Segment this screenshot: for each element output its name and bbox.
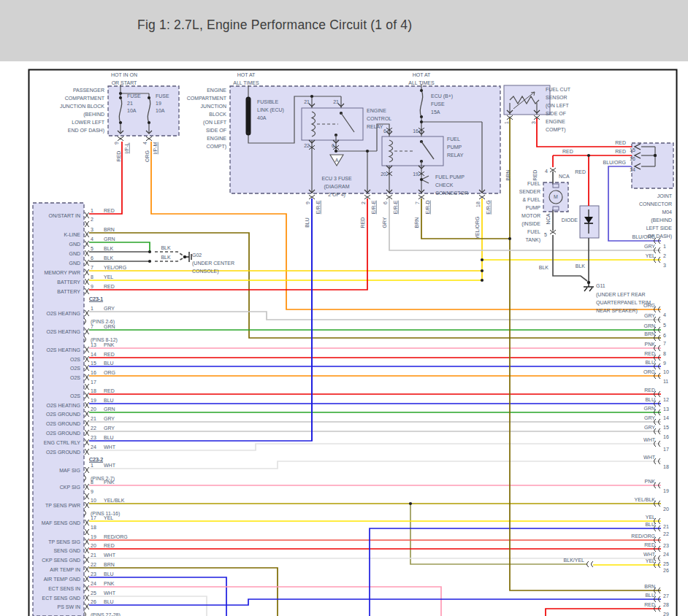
label: LEFT SIDE [646,226,673,231]
joint-connector-m04 [632,143,673,188]
label: 8 [91,480,93,485]
label: 3 [663,263,666,268]
label: 8 [663,351,666,356]
label: (INSIDE [521,221,540,227]
label: OR START [112,80,137,85]
label: CONTROL [367,116,391,121]
label: 9 [91,489,93,494]
pin-break-icon [85,520,89,525]
label: E/R-G [486,200,491,214]
label: 22 [91,562,96,567]
label: MAF SIG [59,468,80,473]
pin-break-icon [85,604,89,609]
label: GND [69,251,80,256]
label: 14 [91,352,96,357]
label: 21 [663,524,669,529]
junction-dot [420,120,423,123]
label: 4 [91,236,93,242]
label: 15A [431,109,440,115]
label: ECT SENS GND [42,596,80,601]
label: 25 [663,561,669,566]
label: O2S HEATING [46,403,80,408]
label: 4 [142,142,148,145]
label: PNK [645,342,656,347]
label: MAF SENS GND [42,520,80,525]
label: JOINT [657,193,673,199]
label: MEMORY PWR [44,270,80,275]
junction-dot [335,150,337,153]
label: ENGINE [546,119,565,124]
label: PNK [104,581,115,586]
pin-break-icon [85,411,89,417]
wire-red [89,199,367,290]
label: CHECK [435,182,454,188]
pin-break-icon [85,269,89,275]
pin-break-icon [146,136,152,141]
label: 19 [413,172,418,177]
label: (ON LEFT [203,120,227,126]
pin-break-icon [85,420,89,426]
pin-break-icon [118,136,123,141]
label: 3 [531,121,536,124]
pin-break-icon [85,566,89,572]
label: O2S [70,393,80,399]
label: WHT [643,455,656,460]
label: FUEL [527,229,540,234]
label: O2S GROUND [46,421,80,426]
junction-dot [247,98,250,101]
junction-dot [247,131,250,134]
label: 26 [663,568,669,573]
label: RED [104,284,115,289]
label: HOT AT [237,72,256,77]
pin-break-icon [85,585,89,591]
label: I/P-L [124,143,129,154]
label: 10 [91,498,96,503]
label: 6 [91,255,93,261]
pin-break-icon [85,328,89,334]
label: OF DASH) [648,234,672,239]
junction-dot [148,96,150,99]
label: 16 [663,434,669,439]
label: HOT AT [413,72,431,77]
label: 22 [91,426,96,431]
label: (ON LEFT [546,103,570,109]
label: 2 [361,201,366,204]
label: BRN [505,170,511,181]
label: 25 [91,590,96,596]
label: YEL [646,558,655,563]
label: BATTERY [57,289,80,294]
pin-break-icon [85,310,89,316]
label: 23 [663,543,669,548]
label: ORG [643,369,655,374]
pin-break-icon [85,356,89,362]
label: 18 [663,464,669,469]
label: RED/ORG [631,534,655,539]
label: 17 [91,380,96,385]
pin-break-icon [85,493,89,499]
label: 24 [91,444,96,450]
label: BLOCK [209,112,226,117]
label: PS SW IN [57,604,80,609]
label: COMPARTMENT [65,96,105,101]
label: 23 [91,435,96,440]
label: O2S [70,357,80,362]
label: MOTOR [521,213,540,218]
label: 26 [91,599,96,604]
pin-break-icon [85,384,89,390]
junction-dot [481,269,483,272]
label: SENS GND [53,548,80,553]
label: 20 [91,543,96,548]
label: O2S [70,366,80,371]
label: GND [69,242,80,247]
label: GRY [644,244,655,249]
label: 13 [91,342,96,347]
label: LINK (ECU) [257,107,284,113]
label: C23-1 [89,296,103,301]
label: CKP SIG [60,485,80,490]
label: BLK [576,263,586,269]
label: 6 [383,128,386,134]
label: RED [644,602,655,607]
label: GRN [104,236,115,242]
pin-break-icon [85,595,89,601]
label: O2S [70,375,80,380]
